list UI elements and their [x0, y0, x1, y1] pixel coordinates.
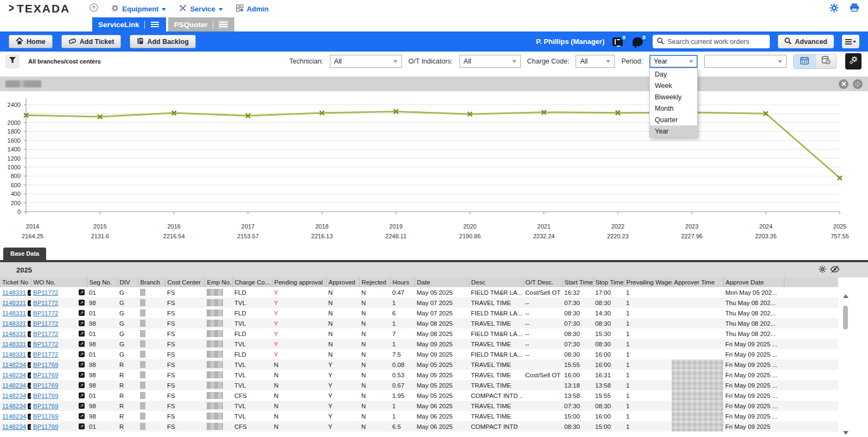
- col-header-approver_time[interactable]: Approver Time: [672, 277, 723, 287]
- nav-equipment[interactable]: Equipment: [111, 4, 166, 14]
- hide-columns-eye-slash-icon[interactable]: [830, 265, 840, 275]
- period-option-biweekly[interactable]: Biweekly: [650, 91, 697, 103]
- col-header-rejected[interactable]: Rejected: [359, 277, 390, 287]
- open-in-new-icon[interactable]: ↗: [79, 300, 85, 306]
- ticket-link[interactable]: 1148331: [2, 310, 26, 316]
- messages-badge-icon[interactable]: 0: [633, 37, 644, 47]
- col-header-date[interactable]: Date: [414, 277, 469, 287]
- ticket-link[interactable]: 1148234: [2, 382, 26, 389]
- wo-link[interactable]: BP11772: [33, 300, 58, 306]
- period-select[interactable]: Year: [649, 55, 698, 68]
- branch-filter-button[interactable]: [5, 54, 20, 68]
- ticket-link[interactable]: 1148331: [2, 289, 26, 296]
- period-option-quarter[interactable]: Quarter: [650, 114, 697, 125]
- wo-link[interactable]: BP11772: [33, 351, 58, 358]
- search-input[interactable]: [667, 38, 765, 46]
- nav-service[interactable]: Service: [179, 4, 222, 14]
- up-circle-icon[interactable]: [90, 3, 98, 14]
- hamburger-icon[interactable]: [150, 20, 160, 29]
- move-panel-icon[interactable]: [853, 79, 863, 89]
- home-button[interactable]: Home: [9, 35, 53, 48]
- open-in-new-icon[interactable]: ↗: [28, 352, 31, 358]
- toolbar-menu-button[interactable]: [842, 35, 859, 48]
- open-in-new-icon[interactable]: ↗: [28, 331, 31, 337]
- wo-link[interactable]: BP11769: [33, 413, 58, 420]
- col-header-emp[interactable]: Emp No.: [205, 277, 232, 287]
- open-in-new-icon[interactable]: ↗: [79, 351, 85, 357]
- open-in-new-icon[interactable]: ↗: [79, 310, 85, 316]
- open-in-new-icon[interactable]: ↗: [28, 383, 31, 389]
- nav-admin[interactable]: Admin: [236, 4, 269, 14]
- open-in-new-icon[interactable]: ↗: [79, 331, 85, 337]
- wo-link[interactable]: BP11769: [33, 372, 58, 378]
- open-in-new-icon[interactable]: ↗: [79, 341, 85, 347]
- col-header-ot_desc[interactable]: O/T Desc.: [523, 277, 562, 287]
- period-range-select[interactable]: [704, 55, 787, 68]
- wo-link[interactable]: BP11772: [33, 341, 58, 347]
- period-option-week[interactable]: Week: [650, 80, 697, 91]
- data-view-button[interactable]: [815, 55, 836, 68]
- col-header-pending[interactable]: Pending approval: [272, 277, 326, 287]
- ticket-link[interactable]: 1148234: [2, 413, 26, 420]
- ticket-link[interactable]: 1148331: [2, 320, 26, 327]
- tab-psquoter[interactable]: PSQuoter: [168, 17, 234, 31]
- col-header-seg[interactable]: Seg No.: [87, 277, 117, 287]
- wo-link[interactable]: BP11772: [33, 289, 58, 296]
- period-option-year[interactable]: Year: [650, 125, 697, 137]
- wo-link[interactable]: BP11769: [33, 362, 58, 368]
- col-header-cost_center[interactable]: Cost Center: [165, 277, 205, 287]
- wo-link[interactable]: BP11769: [33, 382, 58, 389]
- tab-servicelink[interactable]: ServiceLink: [92, 17, 166, 31]
- advanced-search-button[interactable]: Advanced: [778, 35, 834, 48]
- printer-icon[interactable]: [850, 3, 859, 14]
- col-header-desc[interactable]: Desc: [469, 277, 523, 287]
- col-header-start[interactable]: Start Time: [562, 277, 593, 287]
- open-in-new-icon[interactable]: ↗: [28, 403, 31, 409]
- scrollbar-thumb[interactable]: [843, 306, 848, 330]
- open-in-new-icon[interactable]: ↗: [79, 382, 85, 388]
- wo-link[interactable]: BP11769: [33, 392, 58, 399]
- open-in-new-icon[interactable]: ↗: [79, 392, 85, 398]
- ticket-link[interactable]: 1148331: [2, 300, 26, 306]
- work-orders-badge-icon[interactable]: 0: [612, 37, 624, 47]
- scroll-down-icon[interactable]: [843, 431, 848, 435]
- open-in-new-icon[interactable]: ↗: [79, 362, 85, 368]
- hamburger-icon[interactable]: [218, 20, 228, 29]
- chart-settings-button[interactable]: [845, 53, 861, 69]
- col-header-approved[interactable]: Approved: [326, 277, 359, 287]
- wo-link[interactable]: BP11769: [33, 423, 58, 430]
- open-in-new-icon[interactable]: ↗: [28, 362, 31, 368]
- col-header-hours[interactable]: Hours: [390, 277, 414, 287]
- ticket-link[interactable]: 1148234: [2, 362, 26, 368]
- close-panel-icon[interactable]: [839, 79, 848, 89]
- col-header-ticket[interactable]: Ticket No: [0, 277, 31, 287]
- open-in-new-icon[interactable]: ↗: [28, 321, 31, 327]
- wo-link[interactable]: BP11769: [33, 403, 58, 409]
- col-header-stop[interactable]: Stop Time: [593, 277, 624, 287]
- add-backlog-button[interactable]: Add Backlog: [130, 35, 195, 48]
- ot-indicators-select[interactable]: All: [459, 55, 521, 68]
- open-in-new-icon[interactable]: ↗: [79, 403, 85, 409]
- col-header-approve_date[interactable]: Approve Date: [723, 277, 784, 287]
- settings-gear-icon[interactable]: [829, 3, 839, 15]
- period-option-month[interactable]: Month: [650, 103, 697, 114]
- technician-select[interactable]: All: [330, 55, 402, 68]
- open-in-new-icon[interactable]: ↗: [28, 414, 31, 420]
- col-header-charge[interactable]: Charge Co...: [232, 277, 272, 287]
- col-header-branch[interactable]: Branch: [138, 277, 165, 287]
- open-in-new-icon[interactable]: ↗: [28, 290, 31, 296]
- open-in-new-icon[interactable]: ↗: [28, 424, 31, 430]
- table-settings-gear-icon[interactable]: [819, 265, 826, 275]
- calendar-view-button[interactable]: [794, 55, 815, 68]
- ticket-link[interactable]: 1148331: [2, 331, 26, 337]
- wo-link[interactable]: BP11772: [33, 310, 58, 316]
- ticket-link[interactable]: 1148234: [2, 392, 26, 399]
- ticket-link[interactable]: 1148331: [2, 351, 26, 358]
- wo-link[interactable]: BP11772: [33, 320, 58, 327]
- period-option-day[interactable]: Day: [650, 68, 697, 80]
- col-header-div[interactable]: DIV: [117, 277, 138, 287]
- open-in-new-icon[interactable]: ↗: [28, 311, 31, 316]
- col-header-wage[interactable]: Prevailing Wage: [624, 277, 672, 287]
- ticket-link[interactable]: 1148234: [2, 403, 26, 409]
- open-in-new-icon[interactable]: ↗: [28, 393, 31, 399]
